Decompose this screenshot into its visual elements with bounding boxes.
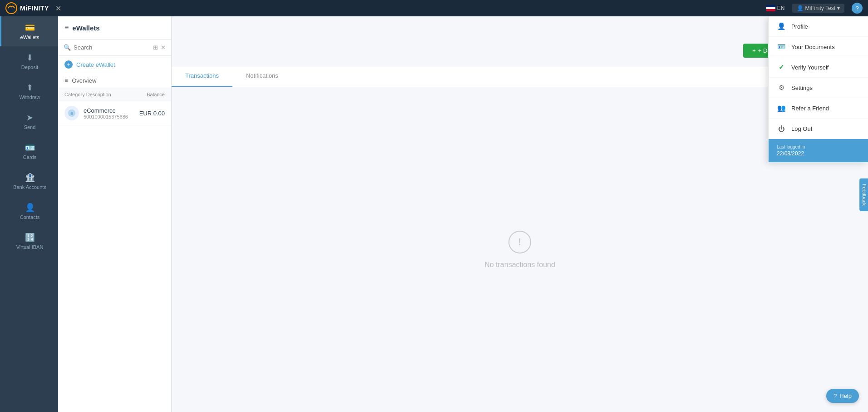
plus-icon: + [64, 60, 73, 69]
refer-label: Refer a Friend [791, 105, 829, 112]
table-header: Category Description Balance [58, 88, 171, 101]
dropdown-item-logout[interactable]: ⏻ Log Out [769, 119, 868, 139]
search-icon: 🔍 [64, 44, 71, 51]
verify-icon: ✓ [777, 63, 786, 72]
create-ewallet-button[interactable]: + Create eWallet [58, 56, 171, 73]
logout-icon: ⏻ [777, 124, 786, 133]
tab-transactions[interactable]: Transactions [172, 67, 232, 87]
transactions-area: ! No transactions found [172, 87, 868, 412]
svg-point-0 [6, 3, 17, 14]
wallet-balance: EUR 0.00 [139, 110, 165, 117]
main-content: ≡ eWallets 🔍 ⊞ ✕ + Create eWallet ≡ Over… [58, 16, 868, 412]
sidebar: 💳 eWallets ⬇ Deposit ⬆ Withdraw ➤ Send 🪪… [0, 16, 58, 412]
settings-icon: ⚙ [777, 83, 786, 92]
logo-text: MiFINITY [20, 5, 49, 12]
filter-icon[interactable]: ⊞ [153, 44, 158, 51]
sidebar-item-deposit[interactable]: ⬇ Deposit [0, 46, 58, 76]
svg-text:e: e [70, 111, 73, 116]
deposit-icon: ⬇ [26, 53, 33, 63]
no-transactions-text: No transactions found [484, 261, 555, 269]
logo: MiFINITY [5, 2, 49, 14]
profile-icon: 👤 [777, 22, 786, 31]
topbar: MiFINITY ✕ EN 👤 MiFinity Test ▾ ? [0, 0, 868, 16]
overview-label: Overview [72, 77, 96, 84]
help-label: Help [839, 392, 852, 399]
sidebar-item-bank-accounts[interactable]: 🏦 Bank Accounts [0, 166, 58, 196]
topbar-right: EN 👤 MiFinity Test ▾ ? [766, 3, 863, 14]
tabs-area: Transactions Notifications 🔍 [172, 67, 868, 87]
sidebar-item-label-send: Send [24, 124, 36, 130]
profile-label: Profile [791, 23, 808, 30]
documents-icon: 🪪 [777, 42, 786, 51]
topbar-help-icon[interactable]: ? [852, 3, 863, 14]
send-icon: ➤ [26, 113, 33, 123]
sidebar-item-cards[interactable]: 🪪 Cards [0, 136, 58, 166]
wallet-name: eCommerce [84, 107, 135, 114]
overview-icon: ≡ [64, 77, 68, 84]
ewallets-header: ≡ eWallets [58, 16, 171, 40]
close-button[interactable]: ✕ [53, 3, 64, 14]
dropdown-item-documents[interactable]: 🪪 Your Documents [769, 37, 868, 57]
lang-text: EN [777, 5, 785, 11]
wallet-row[interactable]: e eCommerce 5001000015375686 EUR 0.00 [58, 101, 171, 125]
withdraw-icon: ⬆ [26, 83, 33, 93]
flag-icon [766, 5, 775, 11]
ewallets-icon: 💳 [25, 23, 35, 33]
user-menu[interactable]: 👤 MiFinity Test ▾ [792, 4, 844, 13]
sidebar-item-label-withdraw: Withdraw [20, 94, 40, 100]
logout-label: Log Out [791, 125, 812, 132]
ewallets-title: eWallets [72, 24, 99, 32]
sidebar-item-label-deposit: Deposit [21, 65, 38, 70]
sidebar-item-send[interactable]: ➤ Send [0, 106, 58, 136]
bank-accounts-icon: 🏦 [25, 173, 35, 183]
help-icon: ? [833, 392, 837, 399]
dropdown-item-settings[interactable]: ⚙ Settings [769, 78, 868, 98]
virtual-iban-icon: 🔢 [25, 233, 35, 243]
user-icon: 👤 [797, 5, 804, 11]
tab-transactions-label: Transactions [185, 72, 219, 79]
ewallets-panel: ≡ eWallets 🔍 ⊞ ✕ + Create eWallet ≡ Over… [58, 16, 172, 412]
dropdown-item-verify[interactable]: ✓ Verify Yourself [769, 57, 868, 78]
overview-item[interactable]: ≡ Overview [58, 73, 171, 88]
dropdown-item-profile[interactable]: 👤 Profile [769, 16, 868, 37]
ewallets-header-icon: ≡ [64, 24, 69, 32]
warning-icon: ! [508, 231, 531, 253]
settings-label: Settings [791, 84, 813, 91]
table-header-balance: Balance [147, 92, 165, 97]
dropdown-item-refer[interactable]: 👥 Refer a Friend [769, 98, 868, 119]
contacts-icon: 👤 [25, 203, 35, 213]
user-dropdown-menu: 👤 Profile 🪪 Your Documents ✓ Verify Your… [768, 16, 868, 162]
table-header-category: Category Description [64, 92, 111, 97]
tab-notifications-label: Notifications [246, 72, 278, 79]
sidebar-item-withdraw[interactable]: ⬆ Withdraw [0, 76, 58, 106]
search-bar: 🔍 ⊞ ✕ [58, 40, 171, 56]
sidebar-item-virtual-iban[interactable]: 🔢 Virtual IBAN [0, 226, 58, 256]
sidebar-item-label-ewallets: eWallets [20, 35, 39, 40]
create-ewallet-label: Create eWallet [76, 61, 115, 68]
logo-icon [5, 2, 17, 14]
wallet-info: eCommerce 5001000015375686 [84, 107, 135, 119]
refer-icon: 👥 [777, 104, 786, 113]
no-transactions-state: ! No transactions found [172, 87, 868, 412]
topbar-left: MiFINITY ✕ [5, 2, 64, 14]
wallet-avatar: e [64, 106, 79, 120]
clear-search-icon[interactable]: ✕ [161, 44, 166, 51]
sidebar-item-ewallets[interactable]: 💳 eWallets [0, 16, 58, 46]
sidebar-item-contacts[interactable]: 👤 Contacts [0, 196, 58, 226]
chevron-down-icon: ▾ [837, 5, 840, 11]
dropdown-footer: Last logged in 22/08/2022 [769, 139, 868, 162]
feedback-tab[interactable]: Feedback [859, 178, 868, 211]
sidebar-item-label-cards: Cards [23, 154, 36, 160]
search-input[interactable] [74, 44, 150, 51]
tab-notifications[interactable]: Notifications [232, 67, 766, 87]
help-button[interactable]: ? Help [826, 389, 859, 403]
feedback-label: Feedback [862, 184, 867, 205]
documents-label: Your Documents [791, 44, 835, 50]
language-selector[interactable]: EN [766, 5, 785, 11]
verify-label: Verify Yourself [791, 64, 829, 71]
right-content: EUR 0.00 + + Deposit Default eWallet [172, 16, 868, 412]
cards-icon: 🪪 [25, 143, 35, 153]
wallet-avatar-icon: e [68, 109, 76, 117]
user-name: MiFinity Test [805, 5, 835, 11]
sidebar-item-label-bank-accounts: Bank Accounts [13, 184, 46, 190]
